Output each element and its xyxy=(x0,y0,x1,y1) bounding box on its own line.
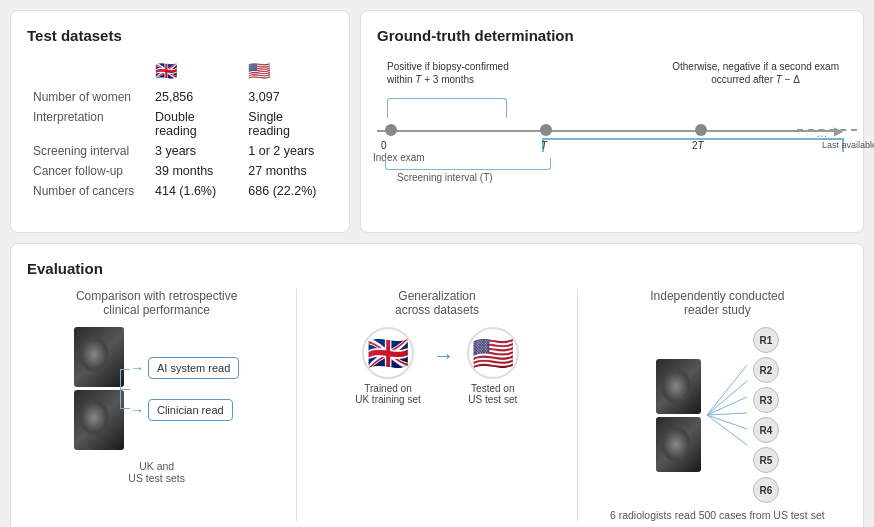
evaluation-title: Evaluation xyxy=(27,260,847,277)
us-flag: 🇺🇸 xyxy=(244,58,331,86)
fan-lines xyxy=(707,355,747,475)
uk-flag: 🇬🇧 xyxy=(151,58,242,86)
reader-R5: R5 xyxy=(753,447,779,473)
clinician-row: → Clinician read xyxy=(130,399,233,421)
evaluation-card: Evaluation Comparison with retrospective… xyxy=(10,243,864,527)
reader-R4: R4 xyxy=(753,417,779,443)
label-dots: ... xyxy=(817,126,827,140)
point-2T xyxy=(695,124,707,136)
table-row: Cancer follow-up 39 months 27 months xyxy=(29,162,331,180)
positive-label: Positive if biopsy-confirmedwithin T + 3… xyxy=(387,60,509,86)
connector-line xyxy=(120,389,130,390)
label-last: Last available data xyxy=(822,140,874,150)
divider-1 xyxy=(296,289,297,521)
uk-value: 25,856 xyxy=(151,88,242,106)
reader-mammo-2 xyxy=(656,417,701,472)
uk-value: Double reading xyxy=(151,108,242,140)
row-label: Interpretation xyxy=(29,108,149,140)
row-label: Number of women xyxy=(29,88,149,106)
us-value: 1 or 2 years xyxy=(244,142,331,160)
table-row: Screening interval 3 years 1 or 2 years xyxy=(29,142,331,160)
uk-value: 3 years xyxy=(151,142,242,160)
svg-line-2 xyxy=(707,397,747,415)
negative-label: Otherwise, negative if a second examoccu… xyxy=(672,60,839,86)
us-value: 3,097 xyxy=(244,88,331,106)
flag-row: 🇬🇧 🇺🇸 xyxy=(29,58,331,86)
row-label: Number of cancers xyxy=(29,182,149,200)
vertical-connector xyxy=(120,369,121,409)
dataset-table: 🇬🇧 🇺🇸 Number of women 25,856 3,097 Inter… xyxy=(27,56,333,202)
eval-sections: Comparison with retrospectiveclinical pe… xyxy=(27,289,847,521)
svg-line-4 xyxy=(707,415,747,429)
reader-circles: R1 R2 R3 R4 R5 R6 xyxy=(753,327,779,503)
svg-line-5 xyxy=(707,415,747,445)
us-flag-gen: 🇺🇸 xyxy=(467,327,519,379)
screening-label: Screening interval (T) xyxy=(397,172,493,183)
reader-caption: 6 radiologists read 500 cases from US te… xyxy=(610,509,825,521)
comparison-caption: UK andUS test sets xyxy=(128,460,185,484)
us-value: 27 months xyxy=(244,162,331,180)
mammo-stack-left xyxy=(74,327,124,450)
reader-diagram: R1 R2 R3 R4 R5 R6 xyxy=(656,327,779,503)
row-label: Screening interval xyxy=(29,142,149,160)
test-datasets-card: Test datasets 🇬🇧 🇺🇸 Number of women 25,8… xyxy=(10,10,350,233)
uk-flag-gen: 🇬🇧 xyxy=(362,327,414,379)
mammogram-image-1 xyxy=(74,327,124,387)
clinician-box: Clinician read xyxy=(148,399,233,421)
bottom-connector xyxy=(120,408,130,409)
label-2T: 2T xyxy=(692,140,704,151)
uk-value: 414 (1.6%) xyxy=(151,182,242,200)
reader-section: Independently conductedreader study xyxy=(588,289,847,521)
top-connector xyxy=(120,369,130,370)
table-row: Interpretation Double reading Single rea… xyxy=(29,108,331,140)
comparison-title: Comparison with retrospectiveclinical pe… xyxy=(76,289,237,317)
table-row: Number of women 25,856 3,097 xyxy=(29,88,331,106)
us-value: Single reading xyxy=(244,108,331,140)
label-T: T xyxy=(541,140,547,151)
us-value: 686 (22.2%) xyxy=(244,182,331,200)
gen-arrow-icon: → xyxy=(433,343,455,389)
reader-title: Independently conductedreader study xyxy=(650,289,784,317)
reader-R1: R1 xyxy=(753,327,779,353)
ai-box: AI system read xyxy=(148,357,239,379)
comparison-section: Comparison with retrospectiveclinical pe… xyxy=(27,289,286,484)
reader-mammo-1 xyxy=(656,359,701,414)
us-side: 🇺🇸 Tested onUS test set xyxy=(467,327,519,405)
gen-diagram: 🇬🇧 Trained onUK training set → 🇺🇸 Tested… xyxy=(355,327,519,405)
gen-title: Generalizationacross datasets xyxy=(395,289,479,317)
us-label: Tested onUS test set xyxy=(468,383,517,405)
point-T xyxy=(540,124,552,136)
test-datasets-title: Test datasets xyxy=(27,27,333,44)
arrow-boxes: → AI system read → Clinician read xyxy=(130,357,239,421)
ground-truth-card: Ground-truth determination Positive if b… xyxy=(360,10,864,233)
label-0: 0 xyxy=(381,140,387,151)
arrow-icon-clinician: → xyxy=(130,402,144,418)
reader-R3: R3 xyxy=(753,387,779,413)
mammogram-image-2 xyxy=(74,390,124,450)
svg-line-1 xyxy=(707,381,747,415)
ground-truth-title: Ground-truth determination xyxy=(377,27,847,44)
arrow-head: ▶ xyxy=(834,124,843,138)
timeline-line xyxy=(377,130,837,132)
svg-line-3 xyxy=(707,413,747,415)
arrow-icon-ai: → xyxy=(130,360,144,376)
comparison-diagram: → AI system read → Clinician read xyxy=(74,327,239,450)
gt-diagram: Positive if biopsy-confirmedwithin T + 3… xyxy=(377,56,847,216)
divider-2 xyxy=(577,289,578,521)
point-0 xyxy=(385,124,397,136)
reader-mammo-stack xyxy=(656,359,701,472)
table-row: Number of cancers 414 (1.6%) 686 (22.2%) xyxy=(29,182,331,200)
positive-brace xyxy=(387,98,507,118)
row-label: Cancer follow-up xyxy=(29,162,149,180)
ai-row: → AI system read xyxy=(130,357,239,379)
reader-R2: R2 xyxy=(753,357,779,383)
uk-side: 🇬🇧 Trained onUK training set xyxy=(355,327,421,405)
reader-R6: R6 xyxy=(753,477,779,503)
fan-svg xyxy=(707,355,747,475)
svg-line-0 xyxy=(707,365,747,415)
screening-brace xyxy=(385,158,551,170)
generalization-section: Generalizationacross datasets 🇬🇧 Trained… xyxy=(307,289,566,405)
uk-label: Trained onUK training set xyxy=(355,383,421,405)
uk-value: 39 months xyxy=(151,162,242,180)
